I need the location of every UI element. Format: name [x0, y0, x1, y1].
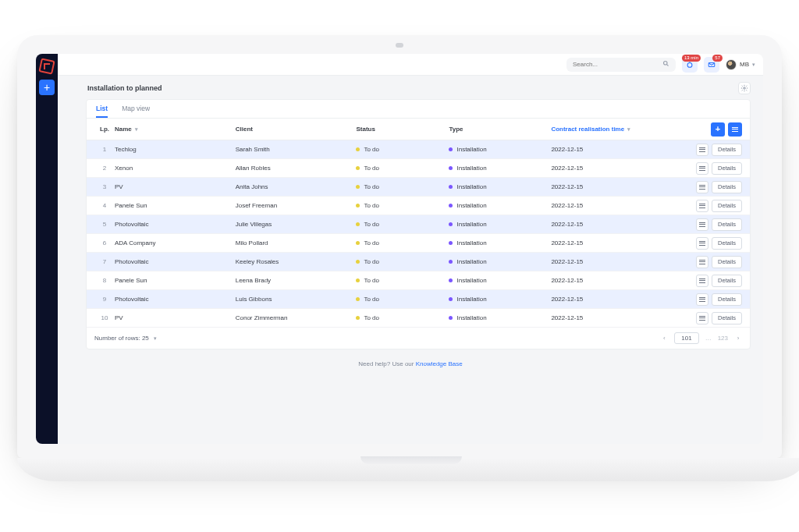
cell-lp: 6 — [94, 239, 115, 246]
table-row[interactable]: 6ADA CompanyMilo PollardTo doInstallatio… — [87, 234, 750, 253]
knowledge-base-link[interactable]: Knowledge Base — [416, 360, 463, 367]
table-row[interactable]: 2XenonAllan RoblesTo doInstallation2022-… — [87, 159, 750, 178]
table-row[interactable]: 9PhotovoltaicLuis GibbonsTo doInstallati… — [87, 290, 750, 309]
cell-client: Conor Zimmerman — [236, 314, 357, 321]
user-menu[interactable]: MB ▾ — [726, 59, 755, 70]
pagination: ‹ 101 … 123 › — [660, 332, 742, 344]
row-actions: Details — [681, 312, 742, 325]
next-page-button[interactable]: › — [734, 335, 742, 342]
col-type[interactable]: Type — [449, 126, 551, 133]
messages-badge: 57 — [712, 55, 723, 62]
screen-bezel: + 13 min — [17, 35, 782, 458]
cell-status: To do — [356, 146, 449, 153]
details-button[interactable]: Details — [712, 181, 742, 193]
cell-type: Installation — [449, 296, 551, 303]
table-row[interactable]: 10PVConor ZimmermanTo doInstallation2022… — [87, 309, 750, 328]
cell-type: Installation — [449, 258, 551, 265]
details-button[interactable]: Details — [712, 218, 742, 231]
details-button[interactable]: Details — [712, 293, 742, 306]
prev-page-button[interactable]: ‹ — [660, 335, 668, 342]
row-menu-button[interactable] — [696, 256, 708, 268]
table-row[interactable]: 7PhotovoltaicKeeley RosalesTo doInstalla… — [87, 253, 750, 271]
cell-type: Installation — [449, 202, 551, 209]
row-menu-button[interactable] — [696, 144, 708, 156]
row-menu-button[interactable] — [696, 275, 708, 287]
table-row[interactable]: 1TechlogSarah SmithTo doInstallation2022… — [87, 140, 750, 159]
add-row-button[interactable]: + — [711, 122, 725, 137]
cell-status: To do — [356, 202, 449, 209]
main-area: 13 min 57 MB ▾ Installation to planned — [58, 54, 763, 444]
col-status[interactable]: Status — [356, 126, 449, 133]
current-page[interactable]: 101 — [674, 332, 698, 344]
row-actions: Details — [681, 144, 742, 156]
search-input[interactable] — [573, 61, 662, 68]
col-client[interactable]: Client — [236, 126, 357, 133]
cell-date: 2022-12-15 — [551, 221, 681, 228]
tab-list[interactable]: List — [96, 105, 108, 118]
col-name[interactable]: Name — [115, 126, 236, 133]
avatar — [726, 59, 737, 70]
svg-point-2 — [687, 62, 692, 67]
header-actions: + — [681, 122, 742, 137]
row-menu-button[interactable] — [696, 181, 708, 193]
search-icon — [662, 60, 669, 69]
laptop-frame: + 13 min — [17, 35, 782, 481]
details-button[interactable]: Details — [712, 256, 742, 268]
row-actions: Details — [681, 181, 742, 193]
row-menu-button[interactable] — [696, 293, 708, 306]
cell-status: To do — [356, 239, 449, 246]
col-contract-time[interactable]: Contract realisation time — [551, 126, 681, 133]
menu-icon — [699, 241, 705, 246]
hinge-notch — [360, 456, 462, 464]
alerts-button[interactable]: 13 min — [682, 57, 698, 73]
page-size-select[interactable]: Number of rows: 25 ▾ — [94, 335, 157, 342]
details-button[interactable]: Details — [712, 144, 742, 156]
alerts-badge: 13 min — [682, 55, 701, 62]
messages-button[interactable]: 57 — [704, 57, 719, 73]
details-button[interactable]: Details — [712, 200, 742, 212]
cell-client: Sarah Smith — [236, 146, 357, 153]
help-footer: Need help? Use our Knowledge Base — [58, 360, 763, 367]
sidebar: + — [36, 54, 58, 444]
table-row[interactable]: 5PhotovoltaicJulie VillegasTo doInstalla… — [87, 215, 750, 234]
search-field[interactable] — [566, 58, 676, 72]
cell-date: 2022-12-15 — [551, 314, 681, 321]
details-button[interactable]: Details — [712, 312, 742, 325]
cell-name: ADA Company — [115, 239, 236, 246]
details-button[interactable]: Details — [712, 237, 742, 250]
chevron-down-icon: ▾ — [752, 62, 755, 68]
row-menu-button[interactable] — [696, 218, 708, 231]
camera-notch — [396, 43, 403, 48]
cell-type: Installation — [449, 239, 551, 246]
table-row[interactable]: 8Panele SunLeena BradyTo doInstallation2… — [87, 271, 750, 290]
details-button[interactable]: Details — [712, 162, 742, 175]
cell-status: To do — [356, 258, 449, 265]
cell-client: Leena Brady — [236, 277, 357, 284]
settings-button[interactable] — [738, 82, 751, 94]
row-menu-button[interactable] — [696, 312, 708, 325]
cell-lp: 9 — [94, 296, 115, 303]
logo-icon[interactable] — [38, 58, 55, 74]
row-menu-button[interactable] — [696, 237, 708, 250]
cell-date: 2022-12-15 — [551, 183, 681, 190]
cell-lp: 10 — [94, 314, 115, 321]
table-row[interactable]: 4Panele SunJosef FreemanTo doInstallatio… — [87, 197, 750, 215]
bulk-menu-button[interactable] — [728, 122, 742, 137]
row-menu-button[interactable] — [696, 162, 708, 175]
tab-map-view[interactable]: Map view — [122, 105, 150, 118]
last-page[interactable]: 123 — [718, 335, 728, 342]
menu-icon — [699, 297, 705, 302]
laptop-base — [17, 458, 799, 481]
cell-date: 2022-12-15 — [551, 239, 681, 246]
table-row[interactable]: 3PVAnita JohnsTo doInstallation2022-12-1… — [87, 178, 750, 197]
row-actions: Details — [681, 275, 742, 287]
cell-date: 2022-12-15 — [551, 296, 681, 303]
app-root: + 13 min — [36, 54, 763, 444]
row-menu-button[interactable] — [696, 200, 708, 212]
add-button[interactable]: + — [39, 80, 55, 95]
menu-icon — [699, 316, 705, 321]
details-button[interactable]: Details — [712, 275, 742, 287]
page-title: Installation to planned — [87, 84, 162, 92]
cell-name: Photovoltaic — [115, 258, 236, 265]
cell-name: Xenon — [115, 165, 236, 172]
